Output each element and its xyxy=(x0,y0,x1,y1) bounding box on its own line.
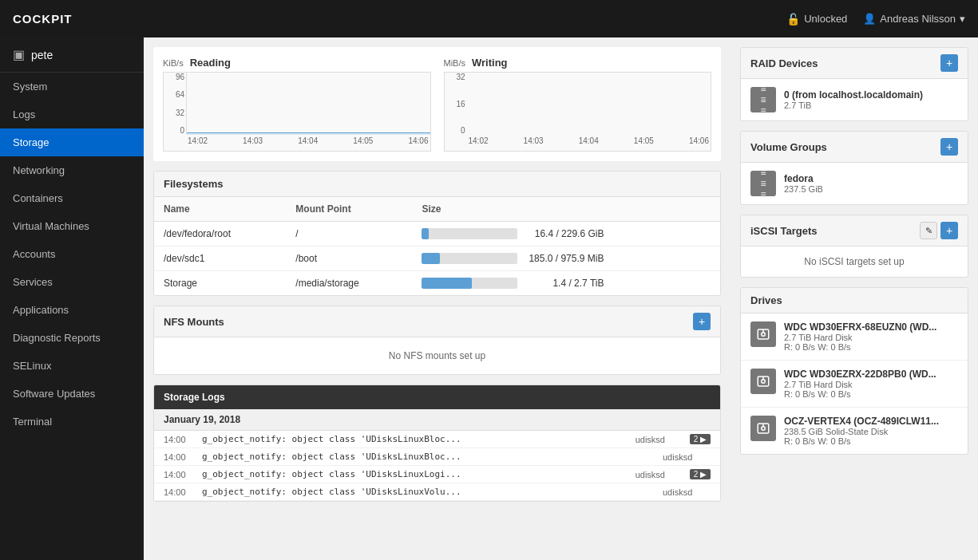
fs-size-2: 1.4 / 2.7 TiB xyxy=(412,271,720,296)
log-text-3: g_object_notify: object class 'UDisksLin… xyxy=(202,487,656,497)
svg-point-1 xyxy=(762,333,766,337)
fs-name-1: /dev/sdc1 xyxy=(154,246,286,271)
reading-y-labels: 96 64 32 0 xyxy=(164,73,186,135)
iscsi-title: iSCSI Targets xyxy=(750,225,818,237)
app-brand: COCKPIT xyxy=(13,12,73,26)
table-row[interactable]: /dev/fedora/root / 16.4 / 229.6 GiB xyxy=(154,222,720,246)
logs-title: Storage Logs xyxy=(164,392,225,403)
nfs-heading: NFS Mounts + xyxy=(154,306,720,337)
sidebar-item-networking[interactable]: Networking xyxy=(0,156,144,184)
drive-item-0[interactable]: WDC WD30EFRX-68EUZN0 (WD... 2.7 TiB Hard… xyxy=(741,314,968,361)
drive-type-1: 2.7 TiB Hard Disk xyxy=(784,380,936,389)
raid-panel: RAID Devices + ≡≡≡ 0 (from localhost.loc… xyxy=(740,47,968,121)
log-row-0[interactable]: 14:00 g_object_notify: object class 'UDi… xyxy=(154,431,720,448)
user-menu[interactable]: 👤 Andreas Nilsson ▾ xyxy=(863,13,965,25)
drives-body: WDC WD30EFRX-68EUZN0 (WD... 2.7 TiB Hard… xyxy=(741,314,968,454)
sidebar-item-applications[interactable]: Applications xyxy=(0,296,144,324)
x-label-1405: 14:05 xyxy=(353,136,373,151)
y-label-w16: 16 xyxy=(446,100,465,108)
sidebar-item-terminal[interactable]: Terminal xyxy=(0,408,144,436)
lock-icon: 🔓 xyxy=(786,13,800,26)
col-size: Size xyxy=(412,197,720,222)
table-row[interactable]: Storage /media/storage 1.4 / 2.7 TiB xyxy=(154,271,720,296)
reading-title: Reading xyxy=(190,57,231,69)
volume-group-size: 237.5 GiB xyxy=(784,184,823,194)
x-label-1406: 14:06 xyxy=(408,136,428,151)
iscsi-add-button[interactable]: + xyxy=(940,222,958,239)
nfs-empty: No NFS mounts set up xyxy=(154,337,720,374)
drive-item-2[interactable]: OCZ-VERTEX4 (OCZ-489ICLW11... 238.5 GiB … xyxy=(741,408,968,454)
table-row[interactable]: /dev/sdc1 /boot 185.0 / 975.9 MiB xyxy=(154,246,720,271)
log-source-0: udisksd xyxy=(636,435,683,444)
drives-heading: Drives xyxy=(741,288,968,314)
y-label-32: 32 xyxy=(165,108,184,117)
lock-status[interactable]: 🔓 Unlocked xyxy=(786,13,847,26)
col-mount: Mount Point xyxy=(286,197,412,222)
progress-bar-fill-1 xyxy=(422,253,440,264)
sidebar-item-accounts[interactable]: Accounts xyxy=(0,240,144,268)
raid-add-button[interactable]: + xyxy=(940,54,958,72)
sidebar-item-diagnostic-reports[interactable]: Diagnostic Reports xyxy=(0,324,144,352)
size-text-1: 185.0 / 975.9 MiB xyxy=(524,253,604,264)
volume-groups-title: Volume Groups xyxy=(750,141,827,153)
sidebar-item-logs[interactable]: Logs xyxy=(0,101,144,128)
filesystems-panel: Filesystems Name Mount Point Size xyxy=(153,171,721,296)
drive-io-1: R: 0 B/s W: 0 B/s xyxy=(784,389,936,399)
x-label-w1406: 14:06 xyxy=(689,136,709,151)
fs-mount-1: /boot xyxy=(286,246,412,271)
sidebar-item-software-updates[interactable]: Software Updates xyxy=(0,380,144,408)
nfs-add-button[interactable]: + xyxy=(693,313,711,330)
drive-icon-2 xyxy=(750,416,776,441)
lock-label: Unlocked xyxy=(804,13,847,25)
log-row-3[interactable]: 14:00 g_object_notify: object class 'UDi… xyxy=(154,483,720,501)
raid-icon: ≡≡≡ xyxy=(750,87,776,112)
drive-io-0: R: 0 B/s W: 0 B/s xyxy=(784,342,936,352)
log-time-2: 14:00 xyxy=(164,470,196,479)
sidebar-item-selinux[interactable]: SELinux xyxy=(0,352,144,380)
reading-chart-area: 96 64 32 0 14:02 14:03 14:04 14:05 xyxy=(163,72,431,152)
writing-x-labels: 14:02 14:03 14:04 14:05 14:06 xyxy=(467,135,711,151)
iscsi-heading: iSCSI Targets ✎ + xyxy=(741,215,968,246)
volume-group-name: fedora xyxy=(784,173,823,184)
sidebar-item-storage[interactable]: Storage xyxy=(0,128,144,156)
sidebar-item-services[interactable]: Services xyxy=(0,268,144,296)
sidebar: ▣ pete System Logs Storage Networking Co… xyxy=(0,37,144,560)
log-text-1: g_object_notify: object class 'UDisksLin… xyxy=(202,452,656,462)
drive-item-1[interactable]: WDC WD30EZRX-22D8PB0 (WD... 2.7 TiB Hard… xyxy=(741,361,968,408)
log-time-0: 14:00 xyxy=(164,435,196,444)
log-badge-2[interactable]: 2 ▶ xyxy=(690,469,711,479)
sidebar-item-containers[interactable]: Containers xyxy=(0,184,144,212)
drive-name-1: WDC WD30EZRX-22D8PB0 (WD... xyxy=(784,369,936,380)
log-row-1[interactable]: 14:00 g_object_notify: object class 'UDi… xyxy=(154,448,720,466)
sidebar-item-system[interactable]: System xyxy=(0,73,144,101)
volume-groups-body: ≡≡≡ fedora 237.5 GiB xyxy=(741,163,968,204)
logs-heading: Storage Logs xyxy=(154,385,720,409)
filesystems-table: Name Mount Point Size /dev/fedora/root / xyxy=(154,197,720,295)
reading-chart-inner xyxy=(186,73,430,135)
log-time-3: 14:00 xyxy=(164,487,196,497)
reading-unit: KiB/s xyxy=(163,58,184,68)
writing-y-labels: 32 16 0 xyxy=(445,73,467,135)
progress-bar-wrap-1 xyxy=(422,253,517,264)
sidebar-host[interactable]: ▣ pete xyxy=(0,37,144,73)
log-row-2[interactable]: 14:00 g_object_notify: object class 'UDi… xyxy=(154,466,720,483)
content-main: KiB/s Reading 96 64 32 0 xyxy=(144,37,731,560)
volume-groups-add-button[interactable]: + xyxy=(940,138,958,156)
host-name: pete xyxy=(31,49,53,61)
volume-group-item[interactable]: ≡≡≡ fedora 237.5 GiB xyxy=(741,163,968,204)
y-label-96: 96 xyxy=(165,73,184,81)
sidebar-item-virtual-machines[interactable]: Virtual Machines xyxy=(0,212,144,240)
log-badge-0[interactable]: 2 ▶ xyxy=(690,434,711,444)
fs-name-0: /dev/fedora/root xyxy=(154,222,286,246)
x-label-w1402: 14:02 xyxy=(469,136,489,151)
fs-mount-0: / xyxy=(286,222,412,246)
volume-groups-panel: Volume Groups + ≡≡≡ fedora 237.5 GiB xyxy=(740,131,968,205)
iscsi-empty: No iSCSI targets set up xyxy=(741,246,968,277)
raid-item[interactable]: ≡≡≡ 0 (from localhost.localdomain) 2.7 T… xyxy=(741,79,968,120)
drives-title: Drives xyxy=(750,294,782,306)
log-source-1: udisksd xyxy=(663,452,711,462)
log-time-1: 14:00 xyxy=(164,452,196,462)
navbar: COCKPIT 🔓 Unlocked 👤 Andreas Nilsson ▾ xyxy=(0,0,978,37)
iscsi-edit-button[interactable]: ✎ xyxy=(920,222,937,239)
drive-icon-0 xyxy=(750,321,776,347)
